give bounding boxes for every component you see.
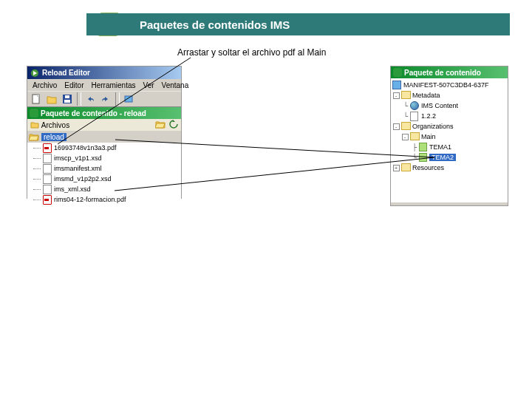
item-icon <box>419 143 427 151</box>
undo-icon[interactable] <box>83 92 98 106</box>
tree-node-organizations[interactable]: - Organizations <box>392 121 506 132</box>
toolbar <box>27 91 181 107</box>
open-folder-icon[interactable] <box>155 120 164 129</box>
tree-label: 1.2.2 <box>421 112 436 120</box>
slide-title-bar: Paquetes de contenidos IMS <box>86 13 510 35</box>
menu-ver[interactable]: Ver <box>140 81 158 89</box>
item-icon <box>419 153 427 162</box>
tree-node-ims-content[interactable]: └ IMS Content <box>392 100 506 111</box>
tree-label: Resources <box>412 164 444 171</box>
panel-title-label: Paquete de contenido <box>404 69 481 77</box>
xsd-icon <box>43 185 52 194</box>
page-icon <box>410 112 419 120</box>
tree-node-main[interactable]: - Main <box>392 132 506 142</box>
tree-node-metadata[interactable]: - Metadata <box>392 90 506 100</box>
tree-label-selected: TEMA2 <box>429 154 456 161</box>
toolbar-separator <box>115 92 120 106</box>
file-name: imscp_v1p1.xsd <box>54 154 102 162</box>
pdf-icon <box>43 143 52 152</box>
pdf-icon <box>43 195 52 204</box>
tree-node-resources[interactable]: + Resources <box>392 163 506 173</box>
folder-closed-icon <box>30 120 39 129</box>
new-file-icon[interactable] <box>29 92 44 106</box>
save-icon[interactable] <box>60 92 75 106</box>
folder-bar[interactable]: reload <box>27 131 181 143</box>
file-row[interactable]: ims_xml.xsd <box>27 184 181 194</box>
tree-label: MANIFEST-507C3DB4-637F <box>403 81 489 89</box>
file-name: ims_xml.xsd <box>54 185 91 193</box>
collapse-icon[interactable]: - <box>393 123 400 130</box>
tree-root[interactable]: MANIFEST-507C3DB4-637F <box>392 80 506 90</box>
app-title: Reload Editor <box>42 69 90 77</box>
file-name: imsmd_v1p2p2.xsd <box>54 175 112 183</box>
file-name: imsmanifest.xml <box>54 165 102 172</box>
slide-title: Paquetes de contenidos IMS <box>140 18 290 31</box>
manifest-tree: MANIFEST-507C3DB4-637F - Metadata └ IMS … <box>391 78 508 202</box>
collapse-icon[interactable]: - <box>402 134 409 140</box>
box-icon <box>392 81 401 89</box>
panel-sub-header: Archivos <box>27 119 181 131</box>
package-icon <box>393 68 402 77</box>
file-name: rims04-12-formacion.pdf <box>54 196 126 203</box>
svg-rect-7 <box>65 95 69 98</box>
folder-icon <box>401 91 410 100</box>
tree-node-tema1[interactable]: ├ TEMA1 <box>392 142 506 152</box>
folder-open-icon <box>29 132 39 141</box>
tree-label: IMS Content <box>421 102 458 109</box>
file-row[interactable]: imscp_v1p1.xsd <box>27 153 181 163</box>
menu-editor[interactable]: Editor <box>61 81 87 89</box>
file-row[interactable]: imsmanifest.xml <box>27 163 181 174</box>
panel-title: Paquete de contenido <box>391 66 508 78</box>
menubar: Archivo Editor Herramientas Ver Ventana <box>27 79 181 91</box>
folder-icon <box>401 163 410 172</box>
menu-herramientas[interactable]: Herramientas <box>87 81 139 89</box>
svg-rect-6 <box>64 100 70 103</box>
panel-title: Paquete de contenido - reload <box>27 107 181 119</box>
svg-rect-4 <box>37 95 39 97</box>
box-icon[interactable] <box>121 92 136 106</box>
tree-node-tema2[interactable]: └ TEMA2 <box>392 152 506 163</box>
tree-label: Main <box>421 133 436 140</box>
xsd-icon <box>43 174 52 183</box>
folder-name: reload <box>41 133 66 141</box>
file-row[interactable]: 16993748v1n3a3.pdf <box>27 143 181 153</box>
file-row[interactable]: imsmd_v1p2p2.xsd <box>27 174 181 184</box>
file-list: 16993748v1n3a3.pdf imscp_v1p1.xsd imsman… <box>27 143 181 209</box>
tree-node-version[interactable]: └ 1.2.2 <box>392 111 506 121</box>
xsd-icon <box>43 154 52 163</box>
tree-label: Metadata <box>412 92 440 99</box>
file-row[interactable]: rims04-12-formacion.pdf <box>27 194 181 205</box>
file-name: 16993748v1n3a3.pdf <box>54 144 117 151</box>
package-icon <box>30 109 38 117</box>
xml-icon <box>43 164 52 173</box>
slide-subtitle: Arrastar y soltar el archivo pdf al Main <box>177 47 326 58</box>
package-tree-window: Paquete de contenido MANIFEST-507C3DB4-6… <box>390 66 508 206</box>
refresh-icon[interactable] <box>169 120 178 129</box>
reload-editor-window: Reload Editor Archivo Editor Herramienta… <box>27 66 182 199</box>
window-titlebar: Reload Editor <box>27 66 181 79</box>
folder-icon <box>410 132 419 141</box>
expand-icon[interactable]: + <box>393 165 400 171</box>
tree-label: Organizations <box>412 123 454 130</box>
panel-title-label: Paquete de contenido - reload <box>41 109 146 117</box>
menu-archivo[interactable]: Archivo <box>29 81 61 89</box>
redo-icon[interactable] <box>98 92 113 106</box>
toolbar-separator <box>77 92 81 106</box>
collapse-icon[interactable]: - <box>393 92 400 99</box>
folder-icon <box>401 122 410 131</box>
svg-rect-8 <box>125 96 132 102</box>
globe-icon <box>410 101 419 110</box>
open-folder-icon[interactable] <box>44 92 59 106</box>
tree-label: TEMA1 <box>429 143 451 151</box>
app-icon <box>30 68 40 78</box>
menu-ventana[interactable]: Ventana <box>158 81 193 89</box>
panel-sub-label: Archivos <box>41 121 69 129</box>
